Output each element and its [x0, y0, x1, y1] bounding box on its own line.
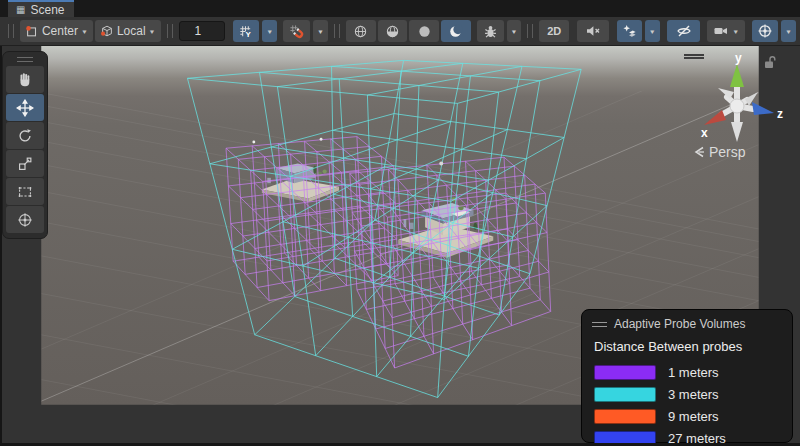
- magnet-snap-icon: [289, 24, 304, 39]
- projection-label: Persp: [709, 144, 746, 160]
- projection-toggle[interactable]: Persp: [694, 144, 746, 160]
- swatch-27m: [594, 431, 656, 446]
- toolbar-separator: [527, 24, 533, 38]
- snap-dropdown[interactable]: ▼: [313, 20, 328, 42]
- debug-draw-dropdown[interactable]: ▼: [507, 20, 522, 42]
- rotate-tool-icon: [16, 127, 34, 145]
- legend-label-3m: 3 meters: [668, 387, 719, 402]
- tab-title: Scene: [30, 3, 64, 17]
- transform-tool-icon: [16, 211, 34, 229]
- gizmo-center-cube[interactable]: [730, 99, 744, 113]
- scene-camera-icon: [713, 23, 729, 39]
- gizmos-button[interactable]: [752, 20, 778, 42]
- swatch-9m: [594, 409, 656, 424]
- gizmo-label-z: z: [777, 107, 783, 121]
- grid-size-input[interactable]: [179, 21, 225, 41]
- gizmos-dropdown[interactable]: ▼: [781, 20, 796, 42]
- scene-effects-icon: [622, 23, 637, 39]
- tool-scale[interactable]: [6, 150, 44, 177]
- tool-move[interactable]: [6, 94, 44, 121]
- orientation-button[interactable]: Local ▼: [95, 20, 161, 42]
- wireframe-mode-button[interactable]: [346, 20, 376, 42]
- pivot-mode-label: Center: [42, 24, 78, 38]
- tool-hand[interactable]: [6, 66, 44, 93]
- toolbar-separator: [167, 24, 173, 38]
- swatch-3m: [594, 387, 656, 402]
- gizmo-axis-z[interactable]: [752, 102, 774, 115]
- scene-viewport: y x z Persp Adaptive Probe Volumes Dista…: [0, 46, 800, 446]
- grid-snap-button[interactable]: Y: [233, 20, 260, 42]
- tab-scene[interactable]: ▦ Scene: [8, 0, 74, 17]
- chevron-down-icon: ▼: [149, 28, 156, 34]
- legend-row: 3 meters: [594, 383, 782, 405]
- scene-effects-dropdown[interactable]: ▼: [645, 20, 660, 42]
- legend-row: 9 meters: [594, 405, 782, 427]
- orientation-label: Local: [117, 24, 146, 38]
- crescent-moon-lighting-icon: [448, 24, 463, 39]
- debug-draw-button[interactable]: [477, 20, 504, 42]
- shaded-mode-button[interactable]: [409, 20, 439, 42]
- gizmo-axis-x[interactable]: [704, 110, 726, 125]
- tool-rect[interactable]: [6, 178, 44, 205]
- pivot-center-icon: [25, 24, 39, 38]
- wireframe-sphere-icon: [353, 24, 368, 39]
- apv-legend-panel: Adaptive Probe Volumes Distance Between …: [581, 309, 793, 443]
- audio-toggle-button[interactable]: [577, 20, 609, 42]
- gizmos-icon: [757, 23, 773, 39]
- legend-row: 1 meters: [594, 361, 782, 383]
- chevron-down-icon: ▼: [81, 28, 88, 34]
- tools-overlay-drag-handle[interactable]: [17, 57, 33, 62]
- toolbar-separator: [334, 24, 340, 38]
- hand-tool-icon: [16, 71, 34, 89]
- bug-debug-icon: [483, 24, 498, 39]
- shaded-wireframe-button[interactable]: [378, 20, 408, 42]
- scene-toolbar: Center ▼ Local ▼ Y ▼: [0, 17, 800, 46]
- legend-label-27m: 27 meters: [668, 431, 726, 446]
- grid-snap-dropdown[interactable]: ▼: [262, 20, 277, 42]
- legend-label-9m: 9 meters: [668, 409, 719, 424]
- gizmo-label-y: y: [735, 51, 742, 65]
- tool-transform[interactable]: [6, 206, 44, 233]
- hidden-objects-button[interactable]: [667, 20, 701, 42]
- grid-snap-y-icon: Y: [238, 24, 253, 39]
- legend-drag-handle[interactable]: [592, 322, 607, 327]
- hidden-objects-eye-icon: [676, 23, 692, 39]
- tool-rotate[interactable]: [6, 122, 44, 149]
- scene-lighting-button[interactable]: [441, 20, 471, 42]
- chevron-down-icon: ▼: [732, 28, 739, 34]
- move-tool-icon: [16, 99, 34, 117]
- gizmo-axis-y[interactable]: [730, 64, 744, 87]
- scale-tool-icon: [16, 155, 34, 173]
- legend-label-1m: 1 meters: [668, 365, 719, 380]
- swatch-1m: [594, 365, 656, 380]
- rect-tool-icon: [16, 183, 34, 201]
- unity-scene-view: ▦ Scene Center ▼ Local ▼: [0, 0, 800, 446]
- gizmo-axis-neg-y[interactable]: [731, 122, 743, 142]
- legend-title: Adaptive Probe Volumes: [614, 317, 745, 331]
- scene-effects-button[interactable]: [617, 20, 642, 42]
- legend-row: 27 meters: [594, 427, 782, 446]
- gizmo-label-x: x: [701, 126, 708, 140]
- legend-subtitle: Distance Between probes: [594, 339, 782, 354]
- snap-button[interactable]: [283, 20, 310, 42]
- audio-muted-icon: [585, 23, 601, 39]
- tools-overlay: [2, 51, 48, 239]
- lock-open-icon[interactable]: [764, 55, 777, 69]
- gizmo-axis-neg-x[interactable]: [745, 92, 758, 106]
- cube-local-icon: [100, 24, 114, 38]
- scene-camera-button[interactable]: ▼: [707, 20, 745, 42]
- persp-chevron-icon: [694, 145, 705, 159]
- pivot-mode-button[interactable]: Center ▼: [20, 20, 93, 42]
- toolbar-drag-handle[interactable]: [8, 24, 14, 38]
- scene-tab-grid-icon: ▦: [16, 5, 25, 15]
- 2d-mode-button[interactable]: 2D: [539, 20, 569, 42]
- svg-text:Y: Y: [246, 30, 252, 39]
- 2d-mode-label: 2D: [547, 25, 561, 37]
- shaded-sphere-icon: [417, 24, 432, 39]
- tab-bar: ▦ Scene: [0, 0, 800, 17]
- shaded-wireframe-sphere-icon: [385, 24, 400, 39]
